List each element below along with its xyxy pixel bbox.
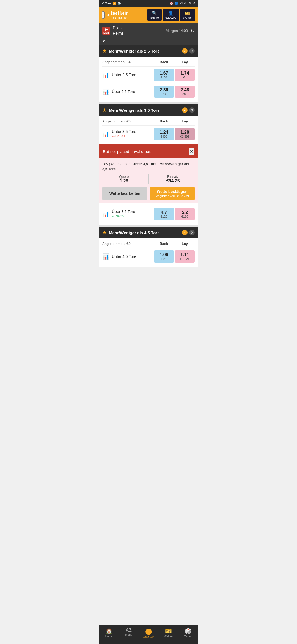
bet-slip-quote: Quote 1.28: [102, 174, 149, 184]
confirm-bet-button[interactable]: Wette bestätigen Möglicher Verlust €26.3…: [150, 187, 195, 200]
bet-row-ueber-3-5: 📊 Über 3,5 Tore » €94.25 4.7 €120 5.2 €1…: [102, 206, 195, 222]
signal-icon: 📶: [112, 2, 116, 5]
back-header-4: Back: [154, 242, 174, 246]
quote-label: Quote: [102, 174, 146, 179]
accepted-row-4: Angenommen: €0 Back Lay: [102, 241, 195, 248]
star-icon-2[interactable]: ★: [102, 107, 107, 113]
bet-slip-title: Lay (Wette gegen) Unter 3,5 Tore - Mehr/…: [102, 162, 195, 171]
error-banner: Bet not placed. Invalid bet. ✕: [99, 144, 198, 158]
back-button-ueber-2-5[interactable]: 2.36 €3: [154, 86, 174, 98]
search-icon: 🔍: [152, 10, 157, 16]
market-container-3: 📊 Über 3,5 Tore » €94.25 4.7 €120 5.2 €1…: [99, 203, 198, 225]
bet-buttons-unter-3-5: 1.24 €499 1.28 €1,295: [154, 128, 195, 140]
back-amount-unter-3-5: €499: [161, 135, 167, 138]
bets-icon: 🎫: [185, 10, 191, 16]
logo-diamond-icon: ♦: [107, 12, 109, 18]
back-odds-unter-3-5: 1.24: [160, 130, 168, 135]
lay-header-4: Lay: [175, 242, 195, 246]
time-label: 09:54: [188, 2, 195, 5]
back-odds-ueber-3-5: 4.7: [161, 210, 167, 215]
yellow-circle-icon-1: ●: [182, 48, 188, 54]
logo: ♦ betfair EXCHANGE: [107, 10, 145, 20]
match-bar-expand: ∨: [99, 38, 198, 45]
search-button[interactable]: 🔍 Suche: [147, 9, 161, 21]
einsatz-value: €94.25: [152, 179, 195, 184]
back-button-unter-3-5[interactable]: 1.24 €499: [154, 128, 174, 140]
bet-slip: Lay (Wette gegen) Unter 3,5 Tore - Mehr/…: [99, 158, 198, 203]
bet-name-ueber-3-5: Über 3,5 Tore: [112, 209, 154, 214]
star-icon-4[interactable]: ★: [102, 230, 107, 236]
status-right: ⏰ 🔵 91 % 09:54: [170, 2, 195, 5]
section-icons-1: ● ⏱: [182, 48, 195, 54]
back-button-ueber-3-5[interactable]: 4.7 €120: [154, 208, 174, 220]
error-message: Bet not placed. Invalid bet.: [103, 149, 152, 154]
clock-icon-4: ⏱: [189, 230, 195, 235]
search-label: Suche: [150, 16, 159, 19]
bet-slip-details: Quote 1.28 Einsatz €94.25: [102, 174, 195, 184]
error-close-button[interactable]: ✕: [189, 148, 194, 155]
yellow-circle-icon-4: ●: [182, 230, 188, 235]
back-button-unter-4-5[interactable]: 1.06 €28: [154, 250, 174, 263]
match-time-label: Morgen 14:00: [166, 29, 188, 33]
section-icons-4: ● ⏱: [182, 230, 195, 235]
bet-name-unter-2-5: Unter 2,5 Tore: [112, 73, 154, 77]
back-amount-unter-2-5: €134: [161, 76, 167, 79]
bet-info-unter-4-5: Unter 4,5 Tore: [112, 254, 154, 259]
lay-odds-unter-4-5: 1.11: [180, 252, 189, 257]
back-header-1: Back: [154, 60, 174, 64]
bet-name-ueber-2-5: Über 2,5 Tore: [112, 89, 154, 94]
bluetooth-icon: 🔵: [175, 2, 178, 5]
bet-sub-unter-3-5: » -€26.39: [112, 134, 154, 139]
account-button[interactable]: 👤 €200.00: [163, 9, 179, 21]
header-buttons: 🔍 Suche 👤 €200.00 🎫 Wetten: [147, 9, 195, 21]
back-button-unter-2-5[interactable]: 1.67 €134: [154, 69, 174, 81]
back-lay-headers-2: Back Lay: [154, 119, 195, 123]
bet-info-unter-2-5: Unter 2,5 Tore: [112, 73, 154, 77]
lay-odds-unter-2-5: 1.74: [180, 71, 189, 76]
back-button[interactable]: ‹: [102, 11, 105, 19]
alarm-icon: ⏰: [170, 2, 174, 5]
accepted-row-1: Angenommen: €4 Back Lay: [102, 59, 195, 66]
account-icon: 👤: [168, 10, 174, 16]
bet-buttons-unter-4-5: 1.06 €28 1.11 €1,021: [154, 250, 195, 263]
refresh-button[interactable]: ↻: [191, 28, 195, 34]
expand-button[interactable]: ∨: [102, 38, 106, 43]
back-lay-headers-1: Back Lay: [154, 60, 195, 64]
status-bar: VoWiFi 📶 📡 ⏰ 🔵 91 % 09:54: [99, 0, 198, 7]
lay-header-1: Lay: [175, 60, 195, 64]
lay-button-ueber-2-5[interactable]: 2.48 €65: [175, 86, 195, 98]
market-container-2: Angenommen: €0 Back Lay 📊 Unter 3,5 Tore…: [99, 116, 198, 144]
lay-button-unter-3-5[interactable]: 1.28 €1,295: [175, 128, 195, 140]
lay-odds-unter-3-5: 1.28: [180, 130, 189, 135]
bet-row-unter-4-5: 📊 Unter 4,5 Tore 1.06 €28 1.11 €1,021: [102, 248, 195, 265]
lay-odds-ueber-3-5: 5.2: [182, 210, 188, 215]
lay-amount-ueber-2-5: €65: [182, 92, 187, 96]
back-amount-ueber-2-5: €3: [162, 92, 166, 96]
logo-text: betfair EXCHANGE: [111, 10, 130, 20]
bet-row-ueber-2-5: 📊 Über 2,5 Tore 2.36 €3 2.48 €65: [102, 83, 195, 100]
confirm-btn-label: Wette bestätigen: [153, 189, 191, 194]
match-teams: Dijon Reims: [113, 25, 163, 36]
clock-icon-1: ⏱: [189, 48, 195, 54]
bet-slip-prefix: Lay (Wette gegen): [102, 162, 133, 166]
back-odds-unter-2-5: 1.67: [160, 71, 168, 76]
accepted-text-2: Angenommen: €0: [102, 119, 131, 123]
bet-info-ueber-3-5: Über 3,5 Tore » €94.25: [112, 209, 154, 219]
lay-button-unter-4-5[interactable]: 1.11 €1,021: [175, 250, 195, 263]
bet-buttons-unter-2-5: 1.67 €134 1.74 €4: [154, 69, 195, 81]
bet-info-ueber-2-5: Über 2,5 Tore: [112, 89, 154, 94]
back-amount-unter-4-5: €28: [161, 257, 166, 261]
bet-row-unter-2-5: 📊 Unter 2,5 Tore 1.67 €134 1.74 €4: [102, 66, 195, 83]
section-title-1: Mehr/Weniger als 2,5 Tore: [109, 49, 180, 53]
bets-button[interactable]: 🎫 Wetten: [180, 9, 195, 21]
section-header-1: ★ Mehr/Weniger als 2,5 Tore ● ⏱: [99, 45, 198, 57]
lay-button-unter-2-5[interactable]: 1.74 €4: [175, 69, 195, 81]
accepted-text-1: Angenommen: €4: [102, 60, 131, 64]
back-lay-headers-4: Back Lay: [154, 242, 195, 246]
back-odds-unter-4-5: 1.06: [160, 252, 168, 257]
star-icon-1[interactable]: ★: [102, 48, 107, 54]
lay-button-ueber-3-5[interactable]: 5.2 €119: [175, 208, 195, 220]
market-container-1: Angenommen: €4 Back Lay 📊 Unter 2,5 Tore…: [99, 57, 198, 102]
accepted-text-4: Angenommen: €0: [102, 242, 131, 246]
edit-bet-button[interactable]: Wette bearbeiten: [102, 187, 147, 200]
